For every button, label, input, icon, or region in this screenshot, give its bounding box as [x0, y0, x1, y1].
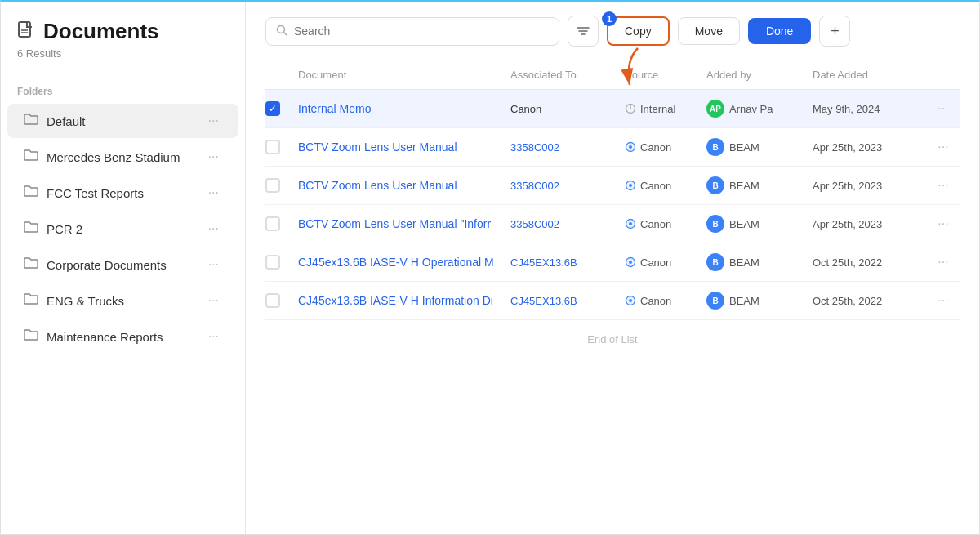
sidebar-item-eng[interactable]: ENG & Trucks ···: [7, 283, 238, 318]
sidebar-item-pcr2[interactable]: PCR 2 ···: [7, 212, 238, 246]
associated-to-cell: CJ45EX13.6B: [510, 294, 625, 307]
doc-link[interactable]: CJ45ex13.6B IASE-V H Operational M: [298, 256, 494, 269]
added-by-cell: B BEAM: [706, 253, 813, 271]
end-of-list: End of List: [265, 320, 960, 359]
source-col: Canon: [625, 218, 706, 230]
added-by-name: BEAM: [729, 180, 760, 192]
doc-link[interactable]: CJ45ex13.6B IASE-V H Information Di: [298, 294, 493, 307]
folder-icon: [24, 149, 38, 165]
doc-link[interactable]: BCTV Zoom Lens User Manual: [298, 140, 457, 154]
folder-item-left: FCC Test Reports: [24, 185, 144, 201]
header-associated-to: Associated To: [510, 69, 625, 81]
sidebar-item-fcc[interactable]: FCC Test Reports ···: [7, 176, 238, 210]
row-checkbox[interactable]: [265, 140, 280, 154]
doc-link[interactable]: BCTV Zoom Lens User Manual "Inforr: [298, 217, 491, 230]
row-more-dots[interactable]: ···: [927, 140, 960, 154]
associated-to-cell: Canon: [510, 102, 625, 115]
added-by-cell: B BEAM: [706, 138, 813, 156]
internal-icon: [625, 103, 636, 114]
row-more-dots[interactable]: ···: [927, 293, 960, 308]
done-button[interactable]: Done: [748, 18, 811, 44]
sidebar-item-maintenance[interactable]: Maintenance Reports ···: [7, 319, 238, 354]
row-more-dots[interactable]: ···: [927, 216, 960, 231]
assoc-link[interactable]: 3358C002: [510, 180, 559, 192]
row-more-dots[interactable]: ···: [927, 255, 960, 270]
folder-more-dots[interactable]: ···: [205, 184, 222, 202]
folder-item-left: Maintenance Reports: [24, 328, 163, 345]
svg-point-11: [630, 108, 631, 109]
folder-item-left: Corporate Documents: [24, 256, 167, 273]
folder-more-dots[interactable]: ···: [205, 328, 222, 346]
associated-to-cell: CJ45EX13.6B: [510, 256, 625, 269]
row-checkbox[interactable]: [265, 255, 280, 270]
sidebar-item-mercedes[interactable]: Mercedes Benz Stadium ···: [7, 140, 238, 174]
date-cell: Apr 25th, 2023: [813, 141, 927, 154]
table-row: Internal Memo Canon Internal AP Arnav Pa…: [265, 90, 960, 128]
folder-more-dots[interactable]: ···: [205, 256, 222, 274]
added-by-name: Arnav Pa: [729, 103, 773, 115]
folder-icon: [24, 256, 38, 273]
svg-point-19: [629, 261, 632, 264]
search-icon: [276, 25, 287, 38]
sidebar-item-default[interactable]: Default ···: [7, 104, 238, 138]
document-table: Document Associated To Source Added by D…: [246, 60, 979, 534]
move-button[interactable]: Move: [678, 17, 740, 45]
assoc-link[interactable]: 3358C002: [510, 141, 559, 154]
avatar: B: [706, 176, 724, 194]
row-more-dots[interactable]: ···: [927, 101, 960, 116]
row-checkbox[interactable]: [265, 178, 280, 193]
table-row: BCTV Zoom Lens User Manual 3358C002 Cano…: [265, 167, 960, 205]
svg-line-4: [284, 32, 287, 35]
external-icon: [625, 141, 636, 153]
table-header: Document Associated To Source Added by D…: [265, 60, 960, 90]
folder-icon: [24, 113, 38, 129]
folder-more-dots[interactable]: ···: [205, 148, 222, 166]
source-cell: Canon: [625, 180, 706, 192]
doc-link[interactable]: BCTV Zoom Lens User Manual: [298, 179, 457, 192]
assoc-link[interactable]: 3358C002: [510, 218, 559, 230]
sidebar-item-corporate[interactable]: Corporate Documents ···: [7, 247, 238, 282]
doc-link[interactable]: Internal Memo: [298, 102, 371, 115]
folder-more-dots[interactable]: ···: [205, 220, 222, 238]
table-rows: Internal Memo Canon Internal AP Arnav Pa…: [265, 90, 960, 320]
folder-name: Maintenance Reports: [47, 330, 163, 344]
added-by-cell: AP Arnav Pa: [706, 100, 813, 118]
folder-more-dots[interactable]: ···: [205, 112, 222, 130]
folder-name: Mercedes Benz Stadium: [47, 150, 180, 164]
doc-name-cell: BCTV Zoom Lens User Manual: [298, 179, 510, 192]
folder-more-dots[interactable]: ···: [205, 292, 222, 310]
doc-name-cell: CJ45ex13.6B IASE-V H Operational M: [298, 256, 510, 269]
source-col: Canon: [625, 256, 706, 269]
associated-to-cell: 3358C002: [510, 217, 625, 230]
external-icon: [625, 180, 636, 191]
added-by-cell: B BEAM: [706, 292, 813, 310]
date-cell: Apr 25th, 2023: [813, 180, 927, 192]
table-row: CJ45ex13.6B IASE-V H Information Di CJ45…: [265, 282, 960, 320]
row-checkbox[interactable]: [265, 216, 280, 231]
assoc-link[interactable]: CJ45EX13.6B: [510, 256, 577, 269]
filter-icon: [577, 25, 590, 37]
folder-name: FCC Test Reports: [47, 186, 144, 200]
header-source: Source: [625, 69, 706, 81]
row-checkbox[interactable]: [265, 293, 280, 308]
external-icon: [625, 295, 636, 306]
search-box[interactable]: [265, 17, 559, 46]
row-more-dots[interactable]: ···: [927, 178, 960, 193]
date-cell: May 9th, 2024: [813, 103, 927, 115]
row-checkbox[interactable]: [265, 101, 280, 116]
assoc-link[interactable]: CJ45EX13.6B: [510, 295, 577, 307]
doc-name-cell: Internal Memo: [298, 102, 510, 115]
folder-icon: [24, 185, 38, 201]
search-input[interactable]: [294, 25, 549, 38]
svg-point-21: [629, 299, 632, 302]
copy-button[interactable]: 1 Copy: [607, 16, 670, 46]
add-button[interactable]: +: [819, 16, 850, 47]
added-by-name: BEAM: [729, 256, 760, 269]
added-by-name: BEAM: [729, 218, 760, 230]
doc-name-cell: CJ45ex13.6B IASE-V H Information Di: [298, 294, 510, 307]
folder-item-left: PCR 2: [24, 221, 82, 237]
date-cell: Apr 25th, 2023: [813, 218, 927, 230]
table-row: CJ45ex13.6B IASE-V H Operational M CJ45E…: [265, 243, 960, 282]
source-cell: Canon: [625, 141, 706, 154]
filter-button[interactable]: [568, 16, 599, 47]
